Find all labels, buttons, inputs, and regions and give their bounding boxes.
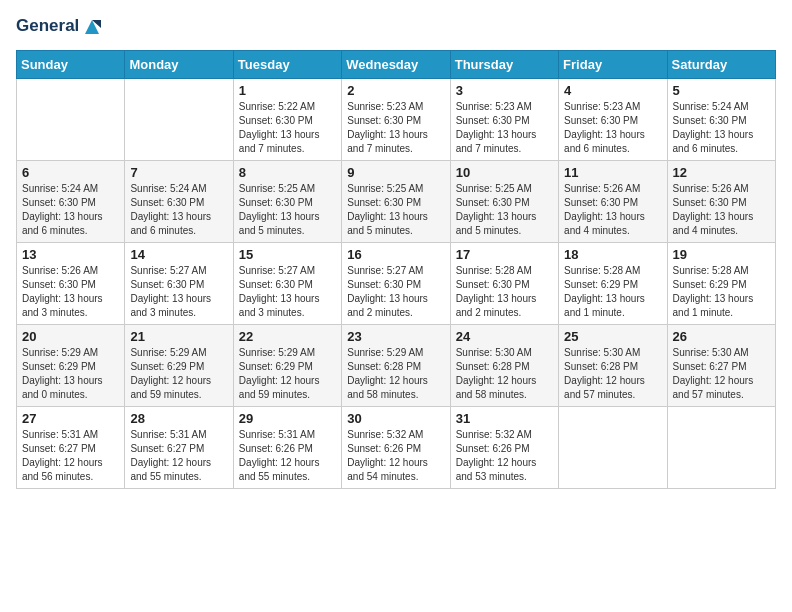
calendar-cell: 20Sunrise: 5:29 AM Sunset: 6:29 PM Dayli… xyxy=(17,325,125,407)
calendar-cell xyxy=(559,407,667,489)
calendar-cell: 11Sunrise: 5:26 AM Sunset: 6:30 PM Dayli… xyxy=(559,161,667,243)
day-number: 13 xyxy=(22,247,119,262)
day-number: 7 xyxy=(130,165,227,180)
calendar-cell: 27Sunrise: 5:31 AM Sunset: 6:27 PM Dayli… xyxy=(17,407,125,489)
calendar-table: SundayMondayTuesdayWednesdayThursdayFrid… xyxy=(16,50,776,489)
day-detail: Sunrise: 5:31 AM Sunset: 6:27 PM Dayligh… xyxy=(22,428,119,484)
day-detail: Sunrise: 5:28 AM Sunset: 6:30 PM Dayligh… xyxy=(456,264,553,320)
day-detail: Sunrise: 5:25 AM Sunset: 6:30 PM Dayligh… xyxy=(347,182,444,238)
calendar-cell: 1Sunrise: 5:22 AM Sunset: 6:30 PM Daylig… xyxy=(233,79,341,161)
calendar-cell: 19Sunrise: 5:28 AM Sunset: 6:29 PM Dayli… xyxy=(667,243,775,325)
day-detail: Sunrise: 5:23 AM Sunset: 6:30 PM Dayligh… xyxy=(347,100,444,156)
day-number: 22 xyxy=(239,329,336,344)
calendar-cell xyxy=(17,79,125,161)
day-number: 9 xyxy=(347,165,444,180)
calendar-cell xyxy=(667,407,775,489)
day-detail: Sunrise: 5:27 AM Sunset: 6:30 PM Dayligh… xyxy=(130,264,227,320)
day-detail: Sunrise: 5:32 AM Sunset: 6:26 PM Dayligh… xyxy=(456,428,553,484)
day-detail: Sunrise: 5:31 AM Sunset: 6:26 PM Dayligh… xyxy=(239,428,336,484)
day-number: 17 xyxy=(456,247,553,262)
day-detail: Sunrise: 5:25 AM Sunset: 6:30 PM Dayligh… xyxy=(239,182,336,238)
day-detail: Sunrise: 5:23 AM Sunset: 6:30 PM Dayligh… xyxy=(564,100,661,156)
logo-icon xyxy=(81,16,103,38)
logo: General xyxy=(16,16,103,38)
calendar-cell: 2Sunrise: 5:23 AM Sunset: 6:30 PM Daylig… xyxy=(342,79,450,161)
column-header-thursday: Thursday xyxy=(450,51,558,79)
day-number: 21 xyxy=(130,329,227,344)
day-detail: Sunrise: 5:25 AM Sunset: 6:30 PM Dayligh… xyxy=(456,182,553,238)
day-number: 14 xyxy=(130,247,227,262)
calendar-cell: 30Sunrise: 5:32 AM Sunset: 6:26 PM Dayli… xyxy=(342,407,450,489)
day-number: 19 xyxy=(673,247,770,262)
calendar-cell: 17Sunrise: 5:28 AM Sunset: 6:30 PM Dayli… xyxy=(450,243,558,325)
day-detail: Sunrise: 5:30 AM Sunset: 6:28 PM Dayligh… xyxy=(564,346,661,402)
day-number: 15 xyxy=(239,247,336,262)
day-detail: Sunrise: 5:32 AM Sunset: 6:26 PM Dayligh… xyxy=(347,428,444,484)
calendar-cell: 22Sunrise: 5:29 AM Sunset: 6:29 PM Dayli… xyxy=(233,325,341,407)
day-detail: Sunrise: 5:24 AM Sunset: 6:30 PM Dayligh… xyxy=(130,182,227,238)
day-number: 28 xyxy=(130,411,227,426)
calendar-cell: 29Sunrise: 5:31 AM Sunset: 6:26 PM Dayli… xyxy=(233,407,341,489)
day-number: 31 xyxy=(456,411,553,426)
day-number: 23 xyxy=(347,329,444,344)
column-header-saturday: Saturday xyxy=(667,51,775,79)
calendar-week-row: 20Sunrise: 5:29 AM Sunset: 6:29 PM Dayli… xyxy=(17,325,776,407)
calendar-cell: 4Sunrise: 5:23 AM Sunset: 6:30 PM Daylig… xyxy=(559,79,667,161)
calendar-header-row: SundayMondayTuesdayWednesdayThursdayFrid… xyxy=(17,51,776,79)
day-number: 27 xyxy=(22,411,119,426)
day-detail: Sunrise: 5:22 AM Sunset: 6:30 PM Dayligh… xyxy=(239,100,336,156)
day-detail: Sunrise: 5:26 AM Sunset: 6:30 PM Dayligh… xyxy=(564,182,661,238)
day-number: 5 xyxy=(673,83,770,98)
day-detail: Sunrise: 5:29 AM Sunset: 6:29 PM Dayligh… xyxy=(22,346,119,402)
day-number: 30 xyxy=(347,411,444,426)
day-detail: Sunrise: 5:24 AM Sunset: 6:30 PM Dayligh… xyxy=(22,182,119,238)
day-number: 16 xyxy=(347,247,444,262)
calendar-cell: 8Sunrise: 5:25 AM Sunset: 6:30 PM Daylig… xyxy=(233,161,341,243)
calendar-cell: 13Sunrise: 5:26 AM Sunset: 6:30 PM Dayli… xyxy=(17,243,125,325)
calendar-cell: 10Sunrise: 5:25 AM Sunset: 6:30 PM Dayli… xyxy=(450,161,558,243)
column-header-sunday: Sunday xyxy=(17,51,125,79)
day-number: 24 xyxy=(456,329,553,344)
day-detail: Sunrise: 5:26 AM Sunset: 6:30 PM Dayligh… xyxy=(22,264,119,320)
calendar-cell: 7Sunrise: 5:24 AM Sunset: 6:30 PM Daylig… xyxy=(125,161,233,243)
day-detail: Sunrise: 5:29 AM Sunset: 6:29 PM Dayligh… xyxy=(239,346,336,402)
column-header-tuesday: Tuesday xyxy=(233,51,341,79)
calendar-week-row: 6Sunrise: 5:24 AM Sunset: 6:30 PM Daylig… xyxy=(17,161,776,243)
calendar-cell: 3Sunrise: 5:23 AM Sunset: 6:30 PM Daylig… xyxy=(450,79,558,161)
day-detail: Sunrise: 5:28 AM Sunset: 6:29 PM Dayligh… xyxy=(564,264,661,320)
day-detail: Sunrise: 5:29 AM Sunset: 6:29 PM Dayligh… xyxy=(130,346,227,402)
column-header-wednesday: Wednesday xyxy=(342,51,450,79)
day-detail: Sunrise: 5:24 AM Sunset: 6:30 PM Dayligh… xyxy=(673,100,770,156)
calendar-cell: 9Sunrise: 5:25 AM Sunset: 6:30 PM Daylig… xyxy=(342,161,450,243)
column-header-friday: Friday xyxy=(559,51,667,79)
day-number: 4 xyxy=(564,83,661,98)
calendar-cell: 21Sunrise: 5:29 AM Sunset: 6:29 PM Dayli… xyxy=(125,325,233,407)
calendar-week-row: 1Sunrise: 5:22 AM Sunset: 6:30 PM Daylig… xyxy=(17,79,776,161)
day-detail: Sunrise: 5:23 AM Sunset: 6:30 PM Dayligh… xyxy=(456,100,553,156)
day-detail: Sunrise: 5:30 AM Sunset: 6:28 PM Dayligh… xyxy=(456,346,553,402)
calendar-cell: 23Sunrise: 5:29 AM Sunset: 6:28 PM Dayli… xyxy=(342,325,450,407)
day-number: 6 xyxy=(22,165,119,180)
day-number: 25 xyxy=(564,329,661,344)
calendar-cell: 15Sunrise: 5:27 AM Sunset: 6:30 PM Dayli… xyxy=(233,243,341,325)
calendar-cell: 16Sunrise: 5:27 AM Sunset: 6:30 PM Dayli… xyxy=(342,243,450,325)
day-number: 20 xyxy=(22,329,119,344)
logo-text: General xyxy=(16,16,103,38)
day-detail: Sunrise: 5:29 AM Sunset: 6:28 PM Dayligh… xyxy=(347,346,444,402)
day-number: 26 xyxy=(673,329,770,344)
calendar-cell: 6Sunrise: 5:24 AM Sunset: 6:30 PM Daylig… xyxy=(17,161,125,243)
day-number: 10 xyxy=(456,165,553,180)
day-detail: Sunrise: 5:31 AM Sunset: 6:27 PM Dayligh… xyxy=(130,428,227,484)
day-number: 2 xyxy=(347,83,444,98)
column-header-monday: Monday xyxy=(125,51,233,79)
day-detail: Sunrise: 5:27 AM Sunset: 6:30 PM Dayligh… xyxy=(239,264,336,320)
day-detail: Sunrise: 5:30 AM Sunset: 6:27 PM Dayligh… xyxy=(673,346,770,402)
page-header: General xyxy=(16,16,776,38)
day-number: 18 xyxy=(564,247,661,262)
calendar-cell: 18Sunrise: 5:28 AM Sunset: 6:29 PM Dayli… xyxy=(559,243,667,325)
calendar-cell: 31Sunrise: 5:32 AM Sunset: 6:26 PM Dayli… xyxy=(450,407,558,489)
day-detail: Sunrise: 5:26 AM Sunset: 6:30 PM Dayligh… xyxy=(673,182,770,238)
day-number: 1 xyxy=(239,83,336,98)
calendar-week-row: 27Sunrise: 5:31 AM Sunset: 6:27 PM Dayli… xyxy=(17,407,776,489)
calendar-cell: 25Sunrise: 5:30 AM Sunset: 6:28 PM Dayli… xyxy=(559,325,667,407)
